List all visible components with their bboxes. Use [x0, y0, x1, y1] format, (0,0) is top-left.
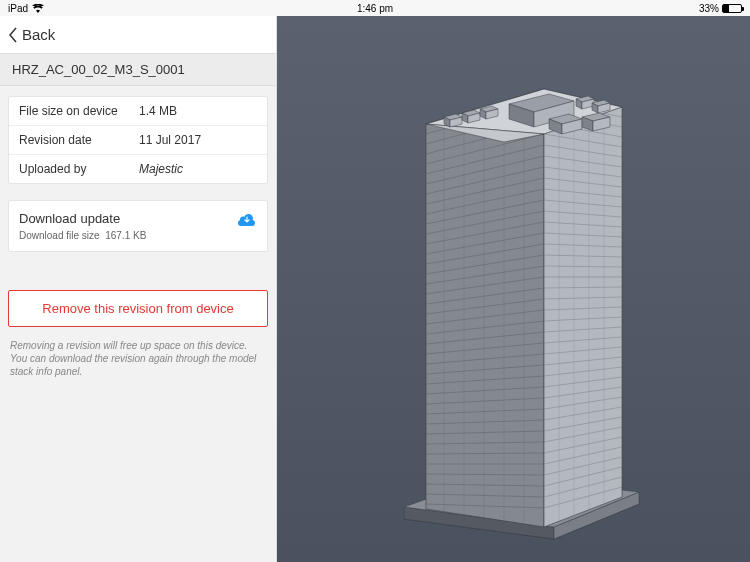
svg-marker-4 [426, 89, 544, 527]
header-bar: Back [0, 16, 276, 54]
battery-icon [722, 4, 742, 13]
cloud-download-icon [237, 211, 257, 227]
building-model [344, 29, 684, 549]
wifi-icon [32, 4, 44, 13]
download-title: Download update [19, 211, 257, 226]
uploader-label: Uploaded by [19, 162, 139, 176]
status-bar: iPad 1:46 pm 33% [0, 0, 750, 16]
download-sub: Download file size 167.1 KB [19, 230, 257, 241]
file-title: HRZ_AC_00_02_M3_S_0001 [0, 54, 276, 86]
remove-note: Removing a revision will free up space o… [10, 339, 266, 378]
back-button[interactable]: Back [8, 26, 55, 43]
model-viewport[interactable] [277, 16, 750, 562]
uploader-value: Majestic [139, 162, 183, 176]
file-info-card: File size on device 1.4 MB Revision date… [8, 96, 268, 184]
back-label: Back [22, 26, 55, 43]
filesize-value: 1.4 MB [139, 104, 177, 118]
download-update-card[interactable]: Download update Download file size 167.1… [8, 200, 268, 252]
revdate-label: Revision date [19, 133, 139, 147]
remove-revision-button[interactable]: Remove this revision from device [8, 290, 268, 327]
clock: 1:46 pm [357, 3, 393, 14]
carrier-label: iPad [8, 3, 28, 14]
revdate-value: 11 Jul 2017 [139, 133, 201, 147]
sidebar: Back HRZ_AC_00_02_M3_S_0001 File size on… [0, 16, 277, 562]
chevron-left-icon [8, 27, 18, 43]
battery-percent: 33% [699, 3, 719, 14]
filesize-label: File size on device [19, 104, 139, 118]
